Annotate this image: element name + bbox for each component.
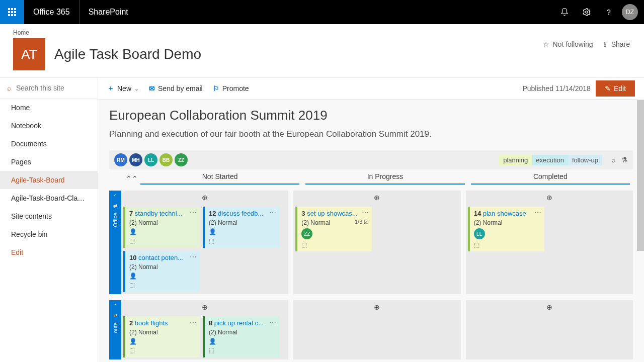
board-toolbar: RMMHLLBBZZ planningexecutionfollow-up ⌕ … [109, 150, 633, 169]
lane-1-col-1: ⊕ [293, 300, 460, 359]
mail-icon: ✉ [149, 84, 155, 93]
card-title: 14 plan showcase [474, 210, 540, 217]
tag-icon: ⬚ [129, 237, 196, 244]
chevron-up-icon[interactable]: ⌃ [113, 303, 117, 309]
add-card-button[interactable]: ⊕ [466, 300, 633, 314]
published-date: Published 11/14/2018 [522, 84, 590, 93]
add-card-button[interactable]: ⊕ [121, 300, 288, 314]
column-completed[interactable]: Completed [471, 172, 630, 185]
card-menu-icon[interactable]: ⋯ [362, 209, 369, 217]
swap-icon[interactable]: ⇄ [113, 313, 117, 318]
add-card-button[interactable]: ⊕ [293, 300, 460, 314]
card-priority: (2) Normal [474, 219, 540, 226]
card-14[interactable]: ⋯14 plan showcase(2) NormalLL⬚ [468, 207, 544, 251]
card-3[interactable]: ⋯3 set up showcas...(2) Normal1/3 ☑ZZ⬚ [295, 207, 372, 251]
app-launcher[interactable] [0, 0, 24, 24]
card-8[interactable]: ⋯8 pick up rental c...(2) Normal👤⬚ [203, 316, 279, 357]
card-title: 12 discuss feedb... [209, 210, 275, 217]
brand-office[interactable]: Office 365 [24, 0, 79, 24]
chevron-up-icon[interactable]: ⌃ [113, 194, 117, 199]
add-card-button[interactable]: ⊕ [293, 191, 460, 205]
card-menu-icon[interactable]: ⋯ [534, 209, 541, 217]
nav-item-pages[interactable]: Pages [0, 153, 98, 171]
column-in-progress[interactable]: In Progress [305, 172, 464, 185]
lane-1-col-0: ⊕⋯2 book flights(2) Normal👤⬚⋯8 pick up r… [121, 300, 288, 359]
follow-button[interactable]: ☆Not following [543, 40, 593, 48]
nav-item-recycle-bin[interactable]: Recycle bin [0, 225, 98, 243]
swap-icon[interactable]: ⇄ [113, 203, 117, 209]
card-10[interactable]: ⋯10 contact poten...(2) Normal👤⬚ [123, 251, 200, 292]
board-search-icon[interactable]: ⌕ [611, 156, 615, 164]
cmd-promote[interactable]: ⚐Promote [213, 84, 249, 93]
tag-icon: ⬚ [474, 241, 540, 248]
notifications-icon[interactable] [553, 0, 576, 24]
card-2[interactable]: ⋯2 book flights(2) Normal👤⬚ [123, 316, 200, 357]
tag-planning[interactable]: planning [499, 155, 532, 165]
card-menu-icon[interactable]: ⋯ [269, 209, 276, 217]
site-tile: AT [13, 38, 45, 70]
cmd-email[interactable]: ✉Send by email [149, 84, 203, 93]
card-7[interactable]: ⋯7 standby techni...(2) Normal👤⬚ [123, 207, 200, 248]
card-menu-icon[interactable]: ⋯ [190, 253, 197, 261]
assignee-avatar: ZZ [301, 228, 312, 239]
lane-strip-oute[interactable]: ⌃⇄oute [109, 300, 121, 359]
scrollbar[interactable] [637, 100, 644, 251]
search-input[interactable] [16, 84, 87, 92]
nav-item-agile-task-board-clas-[interactable]: Agile-Task-Board-Clas... [0, 189, 98, 207]
user-avatar[interactable]: DZ [622, 4, 638, 20]
tag-icon: ⬚ [129, 282, 196, 289]
tag-icon: ⬚ [129, 347, 196, 354]
nav-item-home[interactable]: Home [0, 99, 98, 117]
lane-label: oute [112, 322, 118, 333]
star-icon: ☆ [543, 40, 549, 48]
person-bb[interactable]: BB [159, 153, 173, 166]
add-card-button[interactable]: ⊕ [121, 191, 288, 205]
edit-button[interactable]: ✎Edit [596, 80, 635, 97]
card-priority: (2) Normal [209, 329, 275, 336]
tag-execution[interactable]: execution [532, 155, 568, 165]
breadcrumb[interactable]: Home [13, 29, 634, 36]
card-priority: (2) Normal [129, 329, 196, 336]
collapse-all-icon[interactable]: ⌃⌃ [126, 174, 137, 183]
column-not-started[interactable]: Not Started [140, 172, 299, 185]
nav-item-agile-task-board[interactable]: Agile-Task-Board [0, 171, 98, 189]
person-rm[interactable]: RM [114, 153, 127, 166]
person-icon: 👤 [129, 228, 196, 235]
tag-icon: ⬚ [209, 237, 275, 244]
card-12[interactable]: ⋯12 discuss feedb...(2) Normal👤⬚ [203, 207, 279, 248]
nav-item-site-contents[interactable]: Site contents [0, 207, 98, 225]
add-card-button[interactable]: ⊕ [466, 191, 633, 205]
card-menu-icon[interactable]: ⋯ [190, 318, 197, 326]
nav-item-edit[interactable]: Edit [0, 243, 98, 261]
brand-sharepoint[interactable]: SharePoint [79, 0, 137, 24]
page-description: Planning and execution of our fair booth… [109, 129, 633, 139]
tag-icon: ⬚ [301, 241, 368, 248]
card-title: 10 contact poten... [129, 254, 196, 261]
tag-follow-up[interactable]: follow-up [568, 155, 602, 165]
site-search[interactable]: ⌕ [0, 78, 98, 99]
chevron-down-icon: ⌄ [134, 85, 139, 92]
board-filter-icon[interactable]: ⚗ [621, 156, 628, 164]
card-menu-icon[interactable]: ⋯ [190, 209, 197, 217]
card-title: 3 set up showcas... [301, 210, 368, 217]
waffle-icon [8, 8, 16, 16]
page-title: European Collaboration Summit 2019 [109, 108, 633, 123]
cmd-new[interactable]: ＋New⌄ [107, 84, 139, 93]
person-mh[interactable]: MH [129, 153, 142, 166]
tag-icon: ⬚ [209, 347, 275, 354]
lane-0-col-0: ⊕⋯7 standby techni...(2) Normal👤⬚⋯12 dis… [121, 191, 288, 294]
settings-icon[interactable] [576, 0, 598, 24]
lane-1-col-2: ⊕ [466, 300, 633, 359]
card-title: 7 standby techni... [129, 210, 196, 217]
share-icon: ⇪ [602, 40, 608, 48]
svg-point-0 [586, 11, 588, 14]
lane-strip-office[interactable]: ⌃⇄Office [109, 191, 121, 294]
help-icon[interactable]: ? [598, 0, 620, 24]
nav-item-notebook[interactable]: Notebook [0, 117, 98, 135]
person-zz[interactable]: ZZ [175, 153, 188, 166]
share-button[interactable]: ⇪Share [602, 40, 630, 48]
person-ll[interactable]: LL [144, 153, 157, 166]
site-title: Agile Task Board Demo [54, 46, 201, 62]
nav-item-documents[interactable]: Documents [0, 135, 98, 153]
card-menu-icon[interactable]: ⋯ [269, 318, 276, 326]
